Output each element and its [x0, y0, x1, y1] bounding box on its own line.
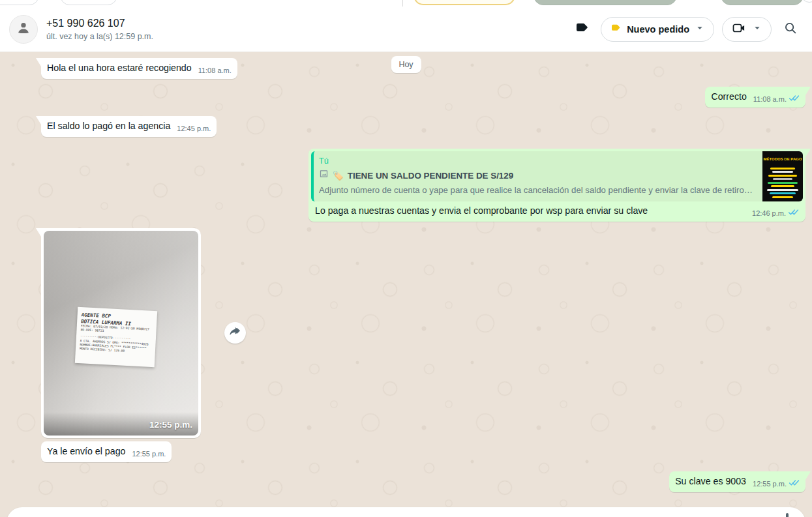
message-compose-bar[interactable]: + [7, 507, 805, 517]
top-chip-sage[interactable] [721, 0, 804, 5]
search-button[interactable] [783, 21, 798, 37]
top-chip[interactable] [0, 0, 39, 5]
message-outgoing-with-quote: Tú 🏷️ TIENE UN SALDO PENDIENTE DE S/129 … [308, 149, 805, 222]
chevron-down-icon [695, 23, 705, 35]
header-actions: Nuevo pedido [571, 17, 798, 42]
receipt-paper: AGENTE BCP BOTICA LUFARMA II FECHA: 07/0… [75, 307, 157, 367]
new-order-label: Nuevo pedido [627, 24, 689, 35]
top-chip[interactable] [60, 0, 117, 5]
new-order-button[interactable]: Nuevo pedido [601, 17, 714, 42]
quote-body: Tú 🏷️ TIENE UN SALDO PENDIENTE DE S/129 … [314, 151, 762, 201]
message-bubble[interactable]: Su clave es 9003 12:55 p.m. [669, 471, 805, 492]
message-bubble[interactable]: Hola el una hora estaré recogiendo 11:08… [41, 58, 237, 79]
top-strip [0, 0, 812, 7]
message-time: 12:55 p.m. [132, 448, 166, 460]
chevron-down-icon [752, 23, 762, 35]
quote-emoji: 🏷️ [333, 170, 344, 182]
message-bubble[interactable]: Ya le envío el pago 12:55 p.m. [41, 441, 172, 462]
forward-button[interactable] [224, 322, 246, 344]
read-ticks-icon [789, 478, 800, 490]
top-chip-sage[interactable] [534, 0, 677, 5]
read-ticks-icon [788, 207, 799, 220]
message-outgoing: Su clave es 9003 12:55 p.m. [669, 471, 805, 492]
photo-time: 12:55 p.m. [149, 419, 192, 431]
video-call-button[interactable] [722, 17, 772, 42]
contact-info[interactable]: +51 990 626 107 últ. vez hoy a la(s) 12:… [46, 18, 153, 41]
message-time: 11:08 a.m. [753, 93, 787, 106]
thumbnail-title: MÉTODOS DE PAGO [763, 153, 802, 166]
message-text: Ya le envío el pago [47, 445, 125, 458]
message-text: Hola el una hora estaré recogiendo [47, 62, 192, 74]
message-time: 12:45 p.m. [177, 123, 211, 135]
last-seen: últ. vez hoy a la(s) 12:59 p.m. [46, 32, 153, 41]
forward-icon [229, 325, 242, 340]
read-ticks-icon [789, 93, 800, 106]
search-icon [783, 21, 798, 37]
contact-name: +51 990 626 107 [46, 18, 153, 29]
chat-header: +51 990 626 107 últ. vez hoy a la(s) 12:… [0, 7, 812, 52]
message-bubble[interactable]: Tú 🏷️ TIENE UN SALDO PENDIENTE DE S/129 … [308, 149, 805, 222]
quote-author: Tú [319, 155, 756, 167]
message-time: 11:08 a.m. [198, 65, 232, 77]
quote-thumbnail: MÉTODOS DE PAGO [762, 151, 803, 201]
message-incoming-image: AGENTE BCP BOTICA LUFARMA II FECHA: 07/0… [41, 228, 201, 438]
message-outgoing: Correcto 11:08 a.m. [705, 87, 805, 108]
compose-right-icon[interactable] [786, 513, 789, 517]
message-text: El saldo lo pagó en la agencia [47, 120, 170, 132]
quote-title-text: TIENE UN SALDO PENDIENTE DE S/129 [348, 170, 513, 182]
top-chip-circle[interactable] [801, 0, 812, 3]
photo-icon [319, 169, 329, 182]
message-time: 12:55 p.m. [753, 478, 787, 490]
message-text: Correcto [711, 91, 746, 103]
message-incoming: El saldo lo pagó en la agencia 12:45 p.m… [41, 116, 217, 137]
quoted-message[interactable]: Tú 🏷️ TIENE UN SALDO PENDIENTE DE S/129 … [311, 151, 803, 201]
divider [402, 0, 403, 7]
video-camera-icon [731, 20, 747, 38]
image-message-bubble[interactable]: AGENTE BCP BOTICA LUFARMA II FECHA: 07/0… [41, 228, 201, 438]
chat-area: Hoy Hola el una hora estaré recogiendo 1… [0, 52, 812, 517]
message-incoming: Hola el una hora estaré recogiendo 11:08… [41, 58, 237, 79]
message-text: Su clave es 9003 [675, 475, 746, 488]
receipt-photo[interactable]: AGENTE BCP BOTICA LUFARMA II FECHA: 07/0… [44, 231, 198, 436]
message-time: 12:46 p.m. [752, 207, 786, 220]
top-chip-yellow[interactable] [414, 0, 515, 5]
tag-icon [610, 22, 622, 36]
message-bubble[interactable]: Correcto 11:08 a.m. [705, 87, 805, 108]
attach-plus-icon[interactable]: + [44, 512, 53, 517]
quote-snippet: Adjunto número de cuenta o yape para que… [319, 184, 756, 196]
message-text: Lo paga a nuestras cuentas y envia el co… [315, 205, 745, 217]
label-button[interactable] [571, 18, 593, 40]
date-divider: Hoy [391, 56, 421, 73]
label-icon [574, 20, 590, 38]
message-incoming: Ya le envío el pago 12:55 p.m. [41, 441, 172, 462]
person-icon [15, 20, 32, 39]
avatar[interactable] [9, 15, 38, 44]
message-bubble[interactable]: El saldo lo pagó en la agencia 12:45 p.m… [41, 116, 217, 137]
whatsapp-window: +51 990 626 107 últ. vez hoy a la(s) 12:… [0, 0, 812, 517]
